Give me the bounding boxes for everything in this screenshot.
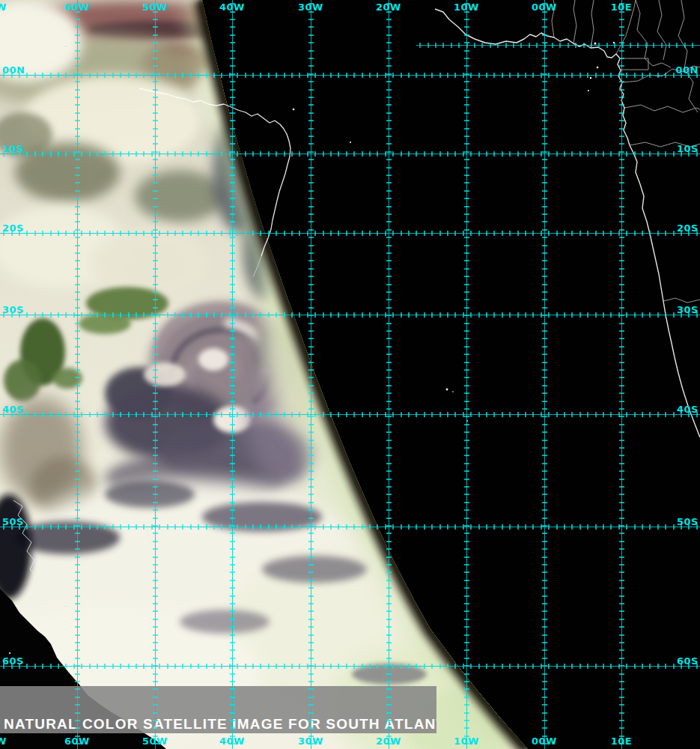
- day-region: [0, 0, 700, 749]
- caption-overlay: NATURAL COLOR SATELLITE IMAGE FOR SOUTH …: [0, 686, 436, 733]
- africa-borders: [552, 0, 700, 303]
- wedge-speck: [9, 652, 10, 654]
- satellite-image: [0, 0, 700, 749]
- africa-coastline: [435, 9, 700, 437]
- satellite-map: NATURAL COLOR SATELLITE IMAGE FOR SOUTH …: [0, 0, 700, 749]
- caption-title: NATURAL COLOR SATELLITE IMAGE FOR SOUTH …: [4, 717, 436, 732]
- island-dots: [293, 42, 615, 422]
